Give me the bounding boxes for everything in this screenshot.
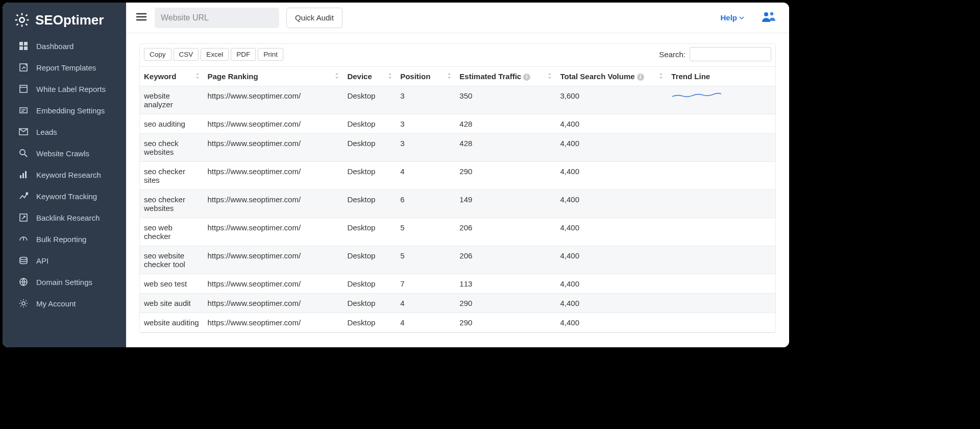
sidebar-item-bulk-reporting[interactable]: Bulk Reporting (3, 228, 126, 250)
svg-rect-3 (19, 46, 23, 50)
cell-keyword: website auditing (140, 313, 204, 332)
sidebar-item-dashboard[interactable]: Dashboard (3, 35, 126, 57)
bulk-reporting-icon (19, 234, 28, 244)
cell-position: 3 (396, 114, 455, 134)
search-input[interactable] (690, 47, 771, 61)
col-label: Estimated Traffic (459, 72, 521, 81)
cell-traffic: 113 (455, 274, 556, 294)
table-row: seo website checker toolhttps://www.seop… (140, 246, 775, 274)
website-url-input[interactable] (155, 8, 279, 28)
svg-point-13 (26, 193, 28, 195)
svg-rect-7 (20, 108, 27, 113)
cell-position: 3 (396, 134, 455, 162)
sidebar-item-report-templates[interactable]: Report Templates (3, 57, 126, 78)
svg-rect-4 (24, 46, 28, 50)
sidebar-item-embedding-settings[interactable]: Embedding Settings (3, 100, 126, 121)
table-row: web site audithttps://www.seoptimer.com/… (140, 294, 775, 313)
sidebar-item-my-account[interactable]: My Account (3, 293, 126, 314)
cell-trend (667, 294, 775, 313)
col-header[interactable]: Position (396, 67, 455, 86)
cell-trend (667, 86, 775, 114)
cell-device: Desktop (343, 294, 396, 313)
sidebar: SEOptimer DashboardReport TemplatesWhite… (3, 3, 126, 347)
excel-button[interactable]: Excel (201, 48, 229, 61)
cell-position: 4 (396, 294, 455, 313)
svg-point-9 (20, 150, 25, 155)
table-row: website analyzerhttps://www.seoptimer.co… (140, 86, 775, 114)
col-header[interactable]: Estimated Traffici (455, 67, 556, 86)
info-icon: i (637, 74, 644, 81)
help-link[interactable]: Help (720, 13, 744, 22)
col-label: Total Search Volume (560, 72, 634, 81)
sidebar-item-label: Dashboard (36, 42, 74, 51)
sidebar-item-label: White Label Reports (36, 85, 106, 93)
cell-traffic: 428 (455, 114, 556, 134)
svg-point-19 (770, 12, 773, 15)
trend-sparkline (671, 91, 771, 100)
col-label: Trend Line (671, 72, 710, 81)
sidebar-item-api[interactable]: API (3, 250, 126, 271)
col-label: Page Ranking (208, 72, 258, 81)
sidebar-item-label: Embedding Settings (36, 106, 105, 115)
sidebar-item-white-label-reports[interactable]: White Label Reports (3, 78, 126, 100)
cell-volume: 3,600 (556, 86, 667, 114)
cell-keyword: web site audit (140, 294, 204, 313)
cell-position: 3 (396, 86, 455, 114)
cell-traffic: 290 (455, 294, 556, 313)
sidebar-item-label: Bulk Reporting (36, 235, 86, 244)
cell-trend (667, 134, 775, 162)
col-header: Trend Line (667, 67, 775, 86)
cell-position: 4 (396, 162, 455, 190)
copy-button[interactable]: Copy (144, 48, 172, 61)
svg-point-0 (19, 17, 24, 22)
cell-traffic: 428 (455, 134, 556, 162)
print-button[interactable]: Print (258, 48, 283, 61)
cell-page: https://www.seoptimer.com/ (204, 134, 344, 162)
col-header[interactable]: Page Ranking (204, 67, 344, 86)
cell-volume: 4,400 (556, 313, 667, 332)
brand[interactable]: SEOptimer (3, 3, 126, 35)
cell-page: https://www.seoptimer.com/ (204, 218, 344, 246)
sidebar-item-backlink-research[interactable]: Backlink Research (3, 207, 126, 228)
col-label: Keyword (144, 72, 176, 81)
sidebar-item-label: Backlink Research (36, 213, 100, 222)
svg-rect-10 (20, 175, 21, 178)
keyword-tracking-icon (19, 192, 28, 201)
cell-position: 7 (396, 274, 455, 294)
col-label: Device (347, 72, 372, 81)
col-header[interactable]: Device (343, 67, 396, 86)
table-row: seo checker websiteshttps://www.seoptime… (140, 190, 775, 218)
sidebar-item-domain-settings[interactable]: Domain Settings (3, 271, 126, 293)
cell-page: https://www.seoptimer.com/ (204, 162, 344, 190)
col-header[interactable]: Keyword (140, 67, 204, 86)
cell-traffic: 290 (455, 313, 556, 332)
sidebar-item-keyword-tracking[interactable]: Keyword Tracking (3, 185, 126, 207)
csv-button[interactable]: CSV (174, 48, 199, 61)
cell-trend (667, 218, 775, 246)
cell-page: https://www.seoptimer.com/ (204, 114, 344, 134)
sidebar-item-label: Report Templates (36, 63, 96, 72)
cell-traffic: 206 (455, 218, 556, 246)
sidebar-item-leads[interactable]: Leads (3, 121, 126, 142)
cell-device: Desktop (343, 246, 396, 274)
topbar: Quick Audit Help (126, 3, 789, 33)
svg-rect-12 (25, 171, 27, 178)
cell-trend (667, 114, 775, 134)
cell-device: Desktop (343, 134, 396, 162)
col-header[interactable]: Total Search Volumei (556, 67, 667, 86)
pdf-button[interactable]: PDF (231, 48, 256, 61)
cell-page: https://www.seoptimer.com/ (204, 86, 344, 114)
sidebar-item-label: Leads (36, 128, 57, 136)
sidebar-item-keyword-research[interactable]: Keyword Research (3, 164, 126, 185)
menu-toggle-icon[interactable] (135, 11, 148, 25)
cell-position: 5 (396, 246, 455, 274)
sidebar-item-label: Keyword Tracking (36, 192, 97, 201)
cell-keyword: seo checker sites (140, 162, 204, 190)
sidebar-item-label: Website Crawls (36, 149, 89, 158)
sidebar-item-label: My Account (36, 299, 76, 308)
quick-audit-button[interactable]: Quick Audit (286, 8, 342, 28)
cell-volume: 4,400 (556, 190, 667, 218)
users-icon[interactable] (762, 11, 776, 25)
table-row: seo checker siteshttps://www.seoptimer.c… (140, 162, 775, 190)
sidebar-item-website-crawls[interactable]: Website Crawls (3, 142, 126, 164)
